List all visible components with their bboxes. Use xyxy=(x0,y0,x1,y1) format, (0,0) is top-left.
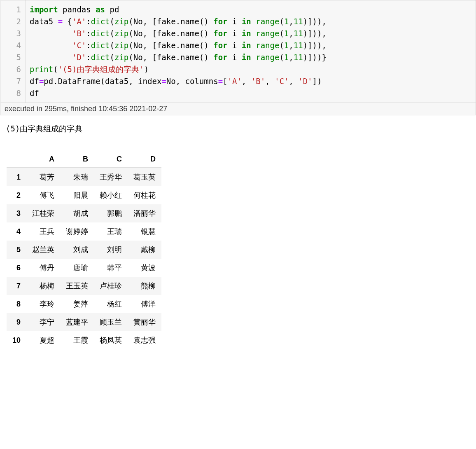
table-row: 10夏超王霞杨凤英袁志强 xyxy=(7,331,161,349)
cell: 戴柳 xyxy=(128,241,161,259)
line-number-gutter: 1 2 3 4 5 6 7 8 xyxy=(0,0,26,103)
cell: 银慧 xyxy=(128,222,161,241)
cell: 蓝建平 xyxy=(60,313,94,331)
row-index: 9 xyxy=(7,313,26,331)
table-row: 6傅丹唐瑜韩平黄波 xyxy=(7,259,161,277)
cell: 杨梅 xyxy=(26,277,60,295)
col-header: D xyxy=(128,151,161,168)
cell: 李宁 xyxy=(26,313,60,331)
table-row: 5赵兰英刘成刘明戴柳 xyxy=(7,241,161,259)
col-header: A xyxy=(26,151,60,168)
table-row: 1葛芳朱瑞王秀华葛玉英 xyxy=(7,168,161,187)
line-number: 1 xyxy=(0,4,25,16)
cell: 李玲 xyxy=(26,295,60,313)
cell: 潘丽华 xyxy=(128,204,161,222)
index-header xyxy=(7,151,26,168)
cell: 郭鹏 xyxy=(94,204,128,222)
cell: 葛玉英 xyxy=(128,168,161,187)
row-index: 5 xyxy=(7,241,26,259)
cell: 顾玉兰 xyxy=(94,313,128,331)
table-header: A B C D xyxy=(7,151,161,168)
cell: 刘成 xyxy=(60,241,94,259)
line-number: 6 xyxy=(0,63,25,75)
execution-timing: executed in 295ms, finished 10:45:36 202… xyxy=(0,103,476,115)
cell: 谢婷婷 xyxy=(60,222,94,241)
cell: 唐瑜 xyxy=(60,259,94,277)
cell: 傅洋 xyxy=(128,295,161,313)
cell: 刘明 xyxy=(94,241,128,259)
line-number: 5 xyxy=(0,51,25,63)
cell: 韩平 xyxy=(94,259,128,277)
table-row: 2傅飞阳晨赖小红何桂花 xyxy=(7,186,161,204)
cell: 傅丹 xyxy=(26,259,60,277)
cell: 夏超 xyxy=(26,331,60,349)
dataframe-table: A B C D 1葛芳朱瑞王秀华葛玉英2傅飞阳晨赖小红何桂花3江桂荣胡成郭鹏潘丽… xyxy=(7,151,161,349)
row-index: 6 xyxy=(7,259,26,277)
row-index: 8 xyxy=(7,295,26,313)
line-number: 3 xyxy=(0,28,25,40)
table-row: 3江桂荣胡成郭鹏潘丽华 xyxy=(7,204,161,222)
cell: 袁志强 xyxy=(128,331,161,349)
cell: 杨凤英 xyxy=(94,331,128,349)
col-header: B xyxy=(60,151,94,168)
cell: 王秀华 xyxy=(94,168,128,187)
cell: 杨红 xyxy=(94,295,128,313)
cell: 阳晨 xyxy=(60,186,94,204)
line-number: 4 xyxy=(0,40,25,51)
cell: 熊柳 xyxy=(128,277,161,295)
code-input-area[interactable]: 1 2 3 4 5 6 7 8 import pandas as pd data… xyxy=(0,0,476,103)
row-index: 2 xyxy=(7,186,26,204)
table-row: 4王兵谢婷婷王瑞银慧 xyxy=(7,222,161,241)
cell: 黄丽华 xyxy=(128,313,161,331)
line-number: 2 xyxy=(0,16,25,28)
table-row: 8李玲姜萍杨红傅洋 xyxy=(7,295,161,313)
cell: 黄波 xyxy=(128,259,161,277)
cell: 赵兰英 xyxy=(26,241,60,259)
code-text[interactable]: import pandas as pd data5 = {'A':dict(zi… xyxy=(26,0,476,103)
line-number: 8 xyxy=(0,87,25,99)
cell: 王瑞 xyxy=(94,222,128,241)
col-header: C xyxy=(94,151,128,168)
output-area: (5)由字典组成的字典 A B C D 1葛芳朱瑞王秀华葛玉英2傅飞阳晨赖小红何… xyxy=(0,115,476,358)
cell: 何桂花 xyxy=(128,186,161,204)
table-row: 7杨梅王玉英卢桂珍熊柳 xyxy=(7,277,161,295)
notebook-cell: 1 2 3 4 5 6 7 8 import pandas as pd data… xyxy=(0,0,476,358)
cell: 王玉英 xyxy=(60,277,94,295)
cell: 傅飞 xyxy=(26,186,60,204)
table-row: 9李宁蓝建平顾玉兰黄丽华 xyxy=(7,313,161,331)
cell: 卢桂珍 xyxy=(94,277,128,295)
row-index: 4 xyxy=(7,222,26,241)
row-index: 10 xyxy=(7,331,26,349)
row-index: 7 xyxy=(7,277,26,295)
line-number: 7 xyxy=(0,75,25,87)
cell: 江桂荣 xyxy=(26,204,60,222)
table-body: 1葛芳朱瑞王秀华葛玉英2傅飞阳晨赖小红何桂花3江桂荣胡成郭鹏潘丽华4王兵谢婷婷王… xyxy=(7,168,161,350)
cell: 姜萍 xyxy=(60,295,94,313)
row-index: 1 xyxy=(7,168,26,187)
cell: 王霞 xyxy=(60,331,94,349)
cell: 赖小红 xyxy=(94,186,128,204)
cell: 王兵 xyxy=(26,222,60,241)
stdout-text: (5)由字典组成的字典 xyxy=(6,124,470,134)
row-index: 3 xyxy=(7,204,26,222)
cell: 胡成 xyxy=(60,204,94,222)
cell: 葛芳 xyxy=(26,168,60,187)
cell: 朱瑞 xyxy=(60,168,94,187)
